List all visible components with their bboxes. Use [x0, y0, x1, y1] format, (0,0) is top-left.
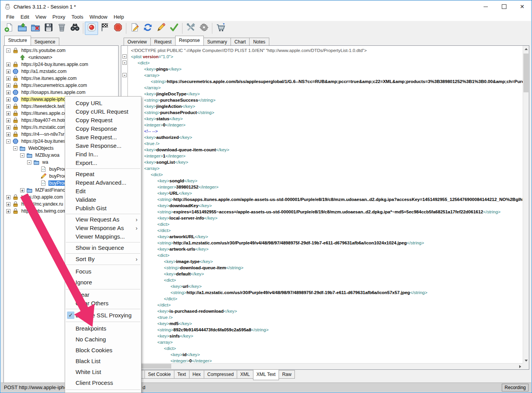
expand-expander-icon[interactable]: +: [6, 111, 10, 116]
menu-item-white-list[interactable]: White List: [65, 367, 141, 377]
tab-overview[interactable]: Overview: [124, 38, 151, 45]
format-tab-raw[interactable]: Raw: [279, 370, 295, 379]
format-tab-compressed[interactable]: Compressed: [204, 370, 237, 379]
throttle-button[interactable]: [98, 22, 111, 35]
fold-collapse-icon[interactable]: -: [122, 61, 127, 65]
menu-item-save-response[interactable]: Save Response...: [65, 142, 141, 150]
menu-item-validate[interactable]: Validate: [65, 196, 141, 204]
collapse-expander-icon[interactable]: -: [13, 146, 17, 151]
tab-response[interactable]: Response: [175, 36, 204, 45]
menu-item-save-request[interactable]: Save Request...: [65, 133, 141, 142]
menu-item-copy-url[interactable]: Copy URL: [65, 99, 141, 107]
tree-item-unknown[interactable]: <unknown>: [4, 54, 118, 61]
close-button[interactable]: ✕: [513, 1, 531, 12]
menubar-item-view[interactable]: View: [32, 13, 49, 21]
scroll-right-button[interactable]: [517, 364, 523, 369]
menu-item-view-request-as[interactable]: View Request As›: [65, 215, 141, 224]
menu-item-copy-response[interactable]: Copy Response: [65, 125, 141, 133]
tab-notes[interactable]: Notes: [249, 38, 269, 45]
expand-expander-icon[interactable]: +: [6, 90, 10, 95]
charles-shop-button[interactable]: [214, 22, 227, 35]
menu-item-sort-by[interactable]: Sort By›: [65, 255, 141, 263]
vertical-scroll-thumb[interactable]: [523, 54, 529, 92]
menu-item-block-cookies[interactable]: Block Cookies: [65, 345, 141, 356]
fold-collapse-icon[interactable]: -: [122, 73, 127, 77]
collapse-expander-icon[interactable]: -: [20, 153, 24, 158]
menu-item-focus[interactable]: Focus: [65, 266, 141, 277]
menu-item-show-in-sequence[interactable]: Show in Sequence: [65, 244, 141, 252]
menu-item-find-in[interactable]: Find In...: [65, 150, 141, 159]
menu-item-clear[interactable]: Clear: [65, 291, 141, 299]
expand-expander-icon[interactable]: +: [6, 125, 10, 130]
menu-item-black-list[interactable]: Black List: [65, 356, 141, 367]
format-tab-set-cookie[interactable]: Set Cookie: [145, 370, 174, 379]
compose-button[interactable]: [128, 22, 141, 35]
menu-item-disable-ssl-proxying[interactable]: Disable SSL Proxying✓: [65, 310, 141, 320]
close-session-button[interactable]: [29, 22, 42, 35]
minimize-button[interactable]: [477, 1, 495, 12]
menubar-item-tools[interactable]: Tools: [69, 13, 86, 21]
menubar-item-window[interactable]: Window: [86, 13, 110, 21]
menu-item-copy-curl-request[interactable]: Copy cURL Request: [65, 107, 141, 116]
new-session-button[interactable]: [2, 22, 15, 35]
external-tools-button[interactable]: [184, 22, 197, 35]
expand-expander-icon[interactable]: +: [6, 83, 10, 88]
menu-item-copy-request[interactable]: Copy Request: [65, 116, 141, 125]
expand-expander-icon[interactable]: +: [6, 202, 10, 206]
breakpoints-button[interactable]: [111, 22, 124, 35]
scroll-down-button[interactable]: [523, 357, 529, 364]
maximize-button[interactable]: [495, 1, 513, 12]
menu-item-no-caching[interactable]: No Caching: [65, 334, 141, 345]
format-tab-xml-text[interactable]: XML Text: [253, 369, 279, 380]
tab-request[interactable]: Request: [150, 38, 176, 45]
tab-chart[interactable]: Chart: [231, 38, 250, 45]
record-button[interactable]: [85, 22, 98, 35]
save-session-button[interactable]: [42, 22, 55, 35]
settings-button[interactable]: [197, 22, 210, 35]
clear-session-button[interactable]: [55, 22, 68, 35]
collapse-expander-icon[interactable]: -: [6, 139, 10, 144]
tree-item-https-s-youtube-com[interactable]: -https://s.youtube.com: [4, 47, 118, 54]
menu-item-view-response-as[interactable]: View Response As›: [65, 224, 141, 232]
expand-expander-icon[interactable]: +: [6, 69, 10, 74]
edit-button[interactable]: [154, 22, 167, 35]
open-session-button[interactable]: [15, 22, 29, 35]
expand-expander-icon[interactable]: +: [6, 195, 10, 199]
menu-item-viewer-mappings[interactable]: Viewer Mappings...: [65, 232, 141, 241]
menu-item-clear-others[interactable]: Clear Others: [65, 299, 141, 308]
expand-expander-icon[interactable]: +: [6, 97, 10, 102]
tab-structure[interactable]: Structure: [4, 36, 31, 45]
menu-item-client-process[interactable]: Client Process: [65, 377, 141, 388]
expand-expander-icon[interactable]: +: [20, 188, 24, 192]
find-button[interactable]: [68, 22, 81, 35]
tab-sequence[interactable]: Sequence: [31, 38, 59, 45]
menu-item-breakpoints[interactable]: Breakpoints: [65, 323, 141, 334]
vertical-scrollbar[interactable]: [523, 46, 529, 364]
tree-item-http-iosapps-itunes-apple-com[interactable]: +http://iosapps.itunes.apple.com: [4, 89, 118, 96]
menubar-item-help[interactable]: Help: [110, 13, 127, 21]
fold-collapse-icon[interactable]: -: [122, 54, 127, 59]
menu-item-repeat-advanced[interactable]: Repeat Advanced...: [65, 178, 141, 187]
menubar-item-proxy[interactable]: Proxy: [49, 13, 68, 21]
tab-summary[interactable]: Summary: [203, 38, 231, 45]
validate-button[interactable]: [167, 22, 181, 35]
expand-expander-icon[interactable]: +: [6, 104, 10, 109]
menu-item-export[interactable]: Export...: [65, 159, 141, 167]
tree-item-https-se-itunes-apple-com[interactable]: +https://se.itunes.apple.com: [4, 75, 118, 82]
menubar-item-edit[interactable]: Edit: [17, 13, 32, 21]
expand-expander-icon[interactable]: +: [6, 132, 10, 137]
menu-item-edit[interactable]: Edit: [65, 187, 141, 196]
horizontal-scrollbar[interactable]: [121, 363, 523, 369]
format-tab-hex[interactable]: Hex: [189, 370, 204, 379]
expand-expander-icon[interactable]: +: [6, 76, 10, 81]
expand-expander-icon[interactable]: +: [6, 209, 10, 213]
menu-item-ignore[interactable]: Ignore: [65, 277, 141, 288]
tree-item-http-a1-mzstatic-com[interactable]: +http://a1.mzstatic.com: [4, 68, 118, 75]
tree-item-https-securemetrics-apple-com[interactable]: +https://securemetrics.apple.com: [4, 82, 118, 89]
repeat-button[interactable]: [141, 22, 154, 35]
collapse-expander-icon[interactable]: -: [27, 160, 31, 164]
format-tab-text[interactable]: Text: [174, 370, 189, 379]
format-tab-xml[interactable]: XML: [237, 370, 253, 379]
menubar-item-file[interactable]: File: [3, 13, 17, 21]
menu-item-publish-gist[interactable]: Publish Gist: [65, 204, 141, 213]
